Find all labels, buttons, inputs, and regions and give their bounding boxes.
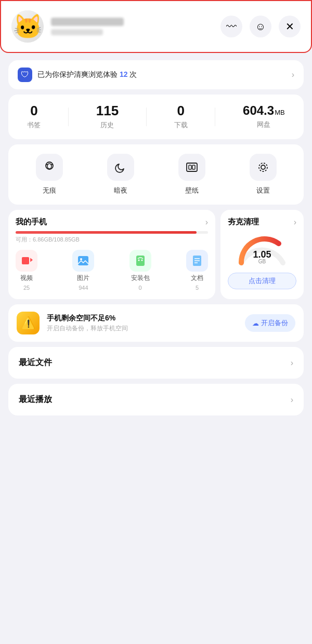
storage-text: 可用：6.86GB/108.85GB	[16, 236, 208, 244]
recent-files-card[interactable]: 最近文件 ›	[8, 347, 304, 379]
action-incognito[interactable]: 无痕	[36, 154, 63, 195]
header-icons: 〰 ☺ ✕	[220, 16, 301, 37]
phone-chevron-icon[interactable]: ›	[205, 218, 208, 227]
action-settings[interactable]: 设置	[250, 154, 277, 195]
apk-icon	[129, 250, 151, 272]
clean-title-row: 夯克清理 ›	[228, 217, 296, 227]
backup-text-wrap: 手机剩余空间不足6% 开启自动备份，释放手机空间	[47, 314, 238, 333]
user-sub-blur	[51, 29, 103, 35]
photo-count: 944	[79, 285, 88, 291]
bookmarks-value: 0	[30, 104, 37, 117]
file-icons-row: 视频 25 图片 944 安装包 0	[16, 250, 208, 291]
protect-count: 12	[120, 70, 128, 78]
svg-rect-13	[136, 256, 145, 266]
action-wallpaper[interactable]: 壁纸	[178, 154, 205, 195]
stats-card: 0 书签 115 历史 0 下载 604.3 MB 网盘	[8, 95, 304, 139]
netdisk-unit: MB	[275, 109, 285, 116]
clean-card: 夯克清理 › 1.05 GB 点击清理	[220, 210, 304, 299]
wallpaper-icon	[178, 154, 205, 181]
history-value: 115	[96, 104, 119, 117]
clean-card-title: 夯克清理	[228, 217, 259, 227]
svg-point-15	[141, 260, 142, 261]
protect-text-post: 次	[129, 70, 137, 78]
phone-card-title-row: 我的手机 ›	[16, 217, 208, 227]
svg-rect-3	[50, 164, 53, 165]
video-count: 25	[23, 285, 30, 291]
recent-play-chevron-icon: ›	[291, 395, 293, 405]
svg-rect-2	[46, 164, 48, 165]
shield-icon: 🛡	[18, 68, 32, 82]
quick-actions: 无痕 暗夜 壁纸 设置	[8, 144, 304, 205]
svg-rect-4	[187, 163, 197, 171]
backup-button[interactable]: ☁ 开启备份	[245, 314, 295, 332]
svg-rect-11	[78, 256, 88, 265]
stat-downloads[interactable]: 0 下载	[174, 104, 188, 130]
settings-label: 设置	[256, 186, 270, 195]
apk-count: 0	[139, 285, 142, 291]
storage-bar-fill	[16, 231, 197, 234]
clean-unit: GB	[253, 259, 271, 264]
svg-point-7	[261, 165, 265, 169]
night-label: 暗夜	[114, 186, 127, 195]
video-icon	[16, 250, 37, 272]
avatar[interactable]	[11, 10, 44, 43]
user-info	[51, 18, 213, 35]
apk-label: 安装包	[131, 274, 150, 283]
my-phone-card: 我的手机 › 可用：6.86GB/108.85GB 视频 25 图片 944	[8, 210, 215, 299]
gauge-center-text: 1.05 GB	[253, 250, 271, 264]
settings-icon	[250, 154, 277, 181]
svg-point-0	[46, 162, 53, 169]
clean-chevron-icon[interactable]: ›	[294, 218, 296, 227]
action-night[interactable]: 暗夜	[107, 154, 134, 195]
storage-bar	[16, 231, 208, 234]
bookmarks-label: 书签	[27, 120, 41, 130]
stat-netdisk[interactable]: 604.3 MB 网盘	[243, 104, 285, 129]
recent-play-card[interactable]: 最近播放 ›	[8, 384, 304, 415]
recent-files-chevron-icon: ›	[291, 358, 293, 368]
stat-bookmarks[interactable]: 0 书签	[27, 104, 41, 130]
file-item-apk[interactable]: 安装包 0	[129, 250, 151, 291]
file-item-doc[interactable]: 文档 5	[186, 250, 208, 291]
chevron-right-icon: ›	[292, 70, 294, 79]
svg-point-8	[259, 163, 267, 171]
recent-play-title: 最近播放	[19, 394, 52, 405]
svg-marker-10	[30, 258, 33, 262]
backup-button-label: 开启备份	[261, 318, 288, 328]
header: 〰 ☺ ✕	[0, 0, 312, 53]
stat-history[interactable]: 115 历史	[96, 104, 119, 130]
two-col-section: 我的手机 › 可用：6.86GB/108.85GB 视频 25 图片 944	[8, 210, 304, 299]
incognito-icon	[36, 154, 63, 181]
file-item-photo[interactable]: 图片 944	[72, 250, 94, 291]
stat-divider-3	[215, 108, 215, 126]
protect-bar[interactable]: 🛡 已为你保护清爽浏览体验 12 次 ›	[8, 60, 304, 89]
history-label: 历史	[100, 120, 114, 130]
doc-label: 文档	[191, 274, 203, 283]
stat-divider-1	[68, 108, 69, 126]
file-item-video[interactable]: 视频 25	[16, 250, 37, 291]
close-button[interactable]: ✕	[279, 16, 301, 37]
downloads-label: 下载	[174, 120, 188, 130]
protect-text: 已为你保护清爽浏览体验 12 次	[37, 70, 287, 79]
svg-point-14	[138, 260, 139, 261]
face-icon-button[interactable]: ☺	[250, 16, 271, 37]
gauge-wrap: 1.05 GB	[236, 234, 288, 265]
user-name-blur	[51, 18, 124, 26]
recent-files-title: 最近文件	[19, 357, 52, 368]
svg-rect-9	[22, 257, 29, 264]
svg-point-12	[80, 258, 82, 260]
netdisk-label: 网盘	[257, 120, 270, 129]
warning-icon: ⚠️	[17, 312, 40, 334]
cloud-icon: ☁	[252, 319, 259, 327]
backup-banner: ⚠️ 手机剩余空间不足6% 开启自动备份，释放手机空间 ☁ 开启备份	[8, 304, 304, 342]
stat-divider-2	[146, 108, 147, 126]
netdisk-value-wrap: 604.3 MB	[243, 104, 285, 117]
clean-button[interactable]: 点击清理	[228, 273, 296, 289]
video-label: 视频	[20, 274, 33, 283]
incognito-label: 无痕	[43, 186, 56, 195]
svg-rect-5	[189, 165, 191, 169]
clean-value: 1.05	[253, 250, 271, 259]
netdisk-value: 604.3	[243, 104, 274, 117]
night-icon	[107, 154, 134, 181]
backup-title: 手机剩余空间不足6%	[47, 314, 238, 323]
eye-icon-button[interactable]: 〰	[220, 16, 242, 37]
